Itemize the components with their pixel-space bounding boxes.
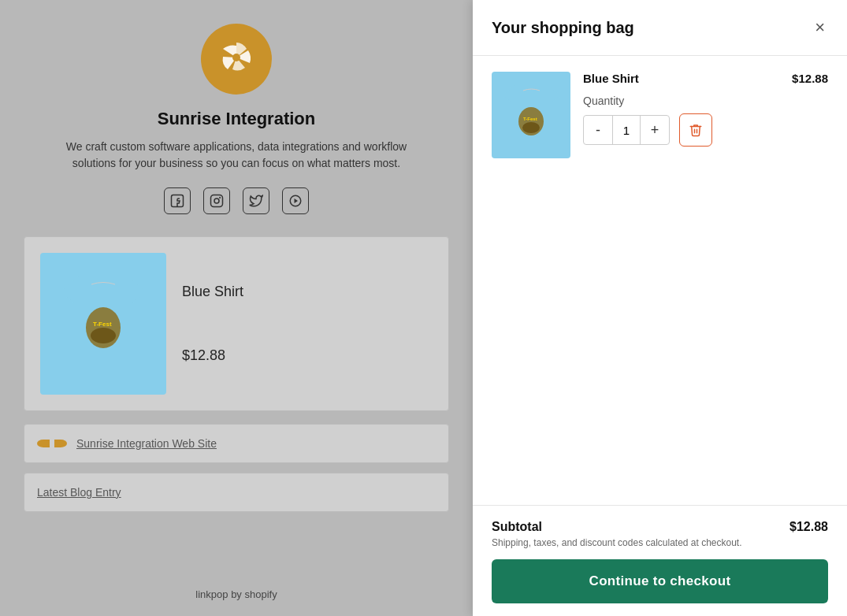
footer-logo <box>37 440 67 447</box>
footer-link-row-2: Latest Blog Entry <box>24 473 449 512</box>
brand-name: Sunrise Integration <box>158 109 315 129</box>
sunrise-website-link[interactable]: Sunrise Integration Web Site <box>76 437 217 450</box>
brand-description: We craft custom software applications, d… <box>32 139 441 172</box>
cart-item-name-price-row: Blue Shirt $12.88 <box>583 72 828 90</box>
svg-marker-7 <box>295 199 299 203</box>
svg-point-4 <box>214 199 219 203</box>
cart-item-details: Blue Shirt $12.88 Quantity - 1 + <box>583 72 828 147</box>
svg-point-15 <box>522 122 540 133</box>
product-card-info: Blue Shirt $12.88 <box>182 284 433 364</box>
cart-footer: Subtotal $12.88 Shipping, taxes, and dis… <box>473 505 847 616</box>
main-page: Sunrise Integration We craft custom soft… <box>0 0 473 616</box>
footer-link-row-1: Sunrise Integration Web Site <box>24 424 449 463</box>
twitter-icon[interactable] <box>243 187 269 214</box>
quantity-label: Quantity <box>583 95 828 107</box>
subtotal-row: Subtotal $12.88 <box>492 520 828 534</box>
footer-links: Sunrise Integration Web Site Latest Blog… <box>24 424 449 521</box>
quantity-decrease-button[interactable]: - <box>584 116 612 144</box>
product-price: $12.88 <box>182 347 225 364</box>
svg-text:T-Fest: T-Fest <box>523 117 537 121</box>
svg-rect-3 <box>211 195 223 207</box>
logo-icon <box>215 36 258 82</box>
cart-title: Your shopping bag <box>492 19 634 37</box>
subtotal-note: Shipping, taxes, and discount codes calc… <box>492 537 828 548</box>
cart-body: T-Fest Blue Shirt $12.88 Quantity - 1 + <box>473 56 847 505</box>
cart-item-name: Blue Shirt <box>583 72 639 85</box>
delete-item-button[interactable] <box>679 113 712 147</box>
product-card-image: T-Fest <box>40 253 166 395</box>
latest-blog-link[interactable]: Latest Blog Entry <box>37 486 121 499</box>
cart-item-price: $12.88 <box>792 72 828 85</box>
svg-point-11 <box>91 328 116 343</box>
subtotal-label: Subtotal <box>492 520 542 534</box>
subtotal-amount: $12.88 <box>789 520 828 534</box>
linkpop-label: linkpop by shopify <box>195 588 277 600</box>
page-bottom: linkpop by shopify <box>195 588 277 616</box>
brand-logo <box>201 24 272 95</box>
quantity-value: 1 <box>612 116 641 144</box>
cart-item: T-Fest Blue Shirt $12.88 Quantity - 1 + <box>492 72 828 158</box>
quantity-controls: - 1 + <box>583 115 670 145</box>
svg-point-1 <box>232 54 240 61</box>
cart-close-button[interactable]: × <box>812 16 828 39</box>
cart-header: Your shopping bag × <box>473 0 847 56</box>
svg-point-5 <box>220 198 221 199</box>
product-name: Blue Shirt <box>182 284 243 300</box>
product-card: T-Fest Blue Shirt $12.88 <box>24 236 449 411</box>
social-icons-row <box>164 187 309 214</box>
checkout-button[interactable]: Continue to checkout <box>492 559 828 603</box>
cart-panel: Your shopping bag × T-Fest Blue Shirt $1… <box>473 0 847 616</box>
instagram-icon[interactable] <box>203 187 230 214</box>
facebook-icon[interactable] <box>164 187 191 214</box>
cart-item-image: T-Fest <box>492 72 570 158</box>
quantity-increase-button[interactable]: + <box>641 116 669 144</box>
svg-text:T-Fest: T-Fest <box>93 321 112 328</box>
youtube-icon[interactable] <box>282 187 309 214</box>
